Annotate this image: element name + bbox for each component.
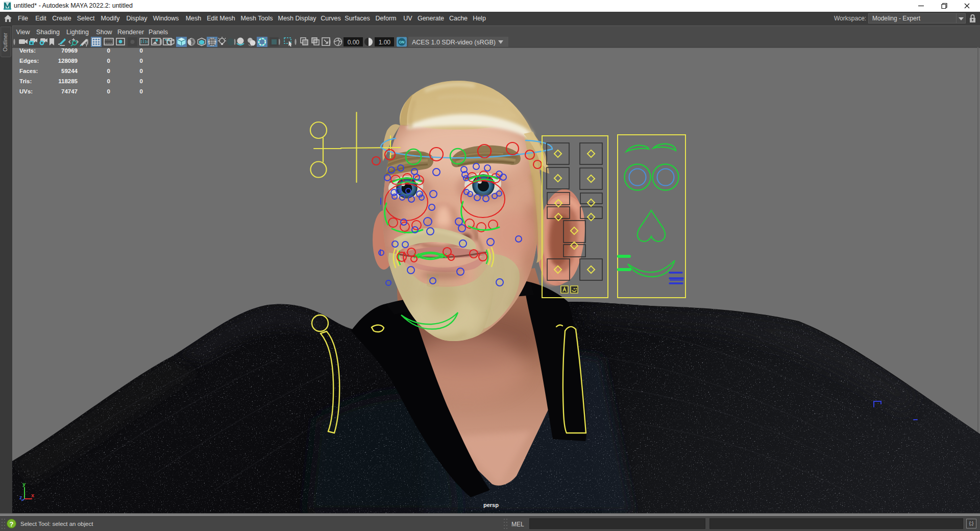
svg-text:0: 0	[107, 68, 110, 74]
svg-text:0: 0	[107, 78, 110, 84]
svg-text:0: 0	[140, 47, 143, 54]
svg-text:0.00: 0.00	[348, 39, 360, 46]
svg-text:74747: 74747	[61, 88, 78, 94]
svg-text:Verts:: Verts:	[19, 47, 36, 54]
svg-text:persp: persp	[483, 502, 499, 508]
svg-text:0: 0	[140, 68, 143, 74]
svg-text:ACES 1.0 SDR-video (sRGB): ACES 1.0 SDR-video (sRGB)	[412, 39, 496, 46]
svg-text:x: x	[31, 492, 35, 498]
svg-text:128089: 128089	[58, 58, 78, 64]
svg-text:0: 0	[140, 78, 143, 84]
svg-text:0: 0	[140, 58, 143, 64]
svg-text:1.00: 1.00	[379, 39, 391, 46]
svg-text:Faces:: Faces:	[19, 68, 38, 74]
svg-text:0: 0	[140, 88, 143, 94]
svg-text:Edges:: Edges:	[19, 58, 39, 64]
svg-text:ON: ON	[399, 40, 405, 44]
svg-text:118285: 118285	[58, 78, 78, 84]
svg-text:0: 0	[107, 88, 110, 94]
svg-text:y: y	[22, 481, 26, 487]
svg-text:0: 0	[107, 47, 110, 54]
svg-text:Tris:: Tris:	[19, 78, 32, 84]
svg-text:UVs:: UVs:	[19, 88, 33, 94]
svg-text:z: z	[19, 494, 22, 500]
svg-text:0: 0	[107, 58, 110, 64]
svg-text:59244: 59244	[61, 68, 78, 74]
svg-text:70969: 70969	[61, 47, 78, 54]
